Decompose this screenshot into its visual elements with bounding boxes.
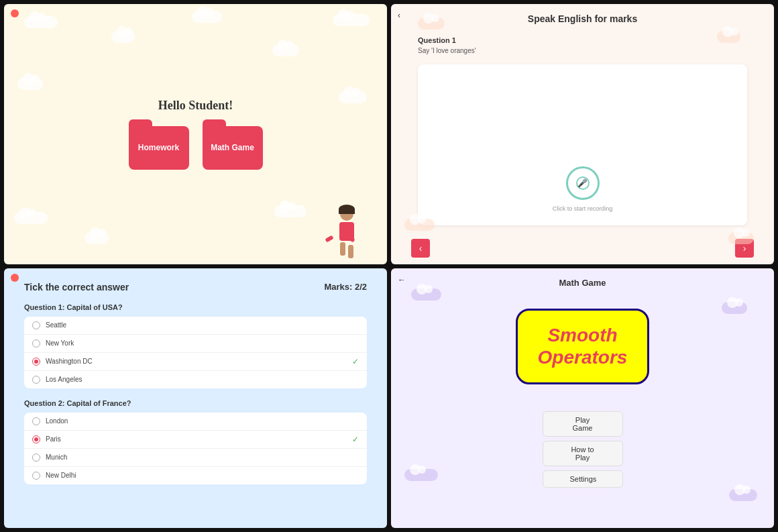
cloud-decoration [404,219,435,231]
cloud-decoration [339,91,367,103]
close-button-tl[interactable] [11,9,19,17]
option-london-label: London [46,417,68,425]
radio-dot-washington [34,360,38,364]
math-game-label: Math Game [211,143,254,152]
close-button-bl[interactable] [11,274,19,282]
recording-card: 🎤 Click to start recording [418,64,747,225]
option-paris-label: Paris [46,435,61,443]
question-2-text: Question 2: Capital of France? [24,399,367,407]
figure-arm-right [346,235,355,242]
option-washington[interactable]: Washington DC ✓ [24,353,367,371]
greeting-text: Hello Student! [158,99,233,113]
panel-hello-student: Hello Student! Homework Math Game [4,4,387,264]
cloud-decoration [418,17,445,30]
radio-new-york [32,339,40,348]
quiz-marks: Marks: 2/2 [324,282,367,292]
cloud-decoration [717,31,740,43]
question-text: Say 'I love oranges' [418,47,476,54]
question-number: Question 1 [418,36,456,44]
question-2-options: London Paris ✓ Munich New Delhi [24,413,367,484]
option-new-york[interactable]: New York [24,335,367,353]
radio-munich [32,454,40,462]
panel-speak-english: ‹ Speak English for marks Question 1 Say… [391,4,774,264]
option-washington-label: Washington DC [46,358,93,365]
figure-head [340,207,353,221]
option-la[interactable]: Los Angeles [24,371,367,388]
homework-label: Homework [138,143,179,152]
figure-leg-left [340,242,345,256]
option-la-label: Los Angeles [46,376,82,383]
cloud-decoration [729,489,757,501]
back-button-br[interactable]: ← [398,275,406,284]
question-1-options: Seattle New York Washington DC ✓ Los Ang… [24,317,367,388]
how-to-play-button[interactable]: How to Play [543,441,623,466]
smooth-operators-text: SmoothOperators [538,324,628,369]
cloud-decoration [17,78,43,90]
cloud-decoration [85,232,109,244]
figure-leg-right [348,245,353,258]
option-seattle-label: Seattle [46,321,66,329]
math-menu: Play Game How to Play Settings [543,411,623,488]
check-washington: ✓ [352,357,359,366]
back-button-tr[interactable]: ‹ [398,11,400,20]
math-game-folder[interactable]: Math Game [203,126,263,170]
math-game-folder-icon[interactable]: Math Game [203,126,263,170]
radio-new-delhi [32,472,40,480]
option-munich[interactable]: Munich [24,449,367,467]
click-to-record-text: Click to start recording [553,205,613,212]
check-paris: ✓ [352,435,359,444]
cloud-decoration [192,11,222,23]
figure-arms [325,237,355,242]
homework-folder-icon[interactable]: Homework [129,126,189,170]
option-new-york-label: New York [46,339,74,347]
cloud-decoration [333,14,370,26]
option-munich-label: Munich [46,454,67,461]
quiz-header: Tick the correct answer Marks: 2/2 [24,282,367,292]
play-game-button[interactable]: Play Game [543,411,623,437]
figure-arm-left [325,235,333,242]
option-london[interactable]: London [24,413,367,431]
option-seattle[interactable]: Seattle [24,317,367,335]
panel-math-game: ← Math Game SmoothOperators Play Game Ho… [391,268,774,529]
radio-la [32,376,40,384]
speak-english-title: Speak English for marks [391,4,774,30]
radio-dot-paris [34,437,38,441]
smooth-operators-box: SmoothOperators [516,309,650,384]
mic-inner: 🎤 [576,176,590,190]
option-new-delhi[interactable]: New Delhi [24,467,367,484]
cloud-decoration [728,232,754,244]
cloud-decoration [274,205,307,217]
figure-body [339,222,354,241]
cloud-decoration [14,212,48,224]
radio-paris [32,435,40,443]
radio-seattle [32,321,40,329]
panel-quiz: Tick the correct answer Marks: 2/2 Quest… [4,268,387,529]
navigation-bottom: ‹ › [391,232,774,264]
student-figure [333,207,360,254]
question-area: Question 1 Say 'I love oranges' 🎤 Click … [391,30,774,232]
cloud-decoration [404,469,438,481]
settings-button[interactable]: Settings [543,470,623,488]
cloud-decoration [722,302,747,314]
question-1-text: Question 1: Capital of USA? [24,303,367,311]
figure-legs [340,242,353,258]
cloud-decoration [111,31,135,43]
math-game-title: Math Game [559,278,606,288]
option-new-delhi-label: New Delhi [46,472,76,479]
prev-button[interactable]: ‹ [411,239,430,258]
radio-london [32,417,40,425]
mic-circle[interactable]: 🎤 [566,166,600,200]
cloud-decoration [272,44,299,56]
option-paris[interactable]: Paris ✓ [24,431,367,449]
radio-washington [32,358,40,366]
figure-hair [339,205,355,214]
folder-row: Homework Math Game [129,126,263,170]
homework-folder[interactable]: Homework [129,126,189,170]
quiz-title: Tick the correct answer [24,282,129,292]
mic-icon: 🎤 [577,178,588,188]
cloud-decoration [411,288,441,301]
cloud-decoration [24,16,58,28]
